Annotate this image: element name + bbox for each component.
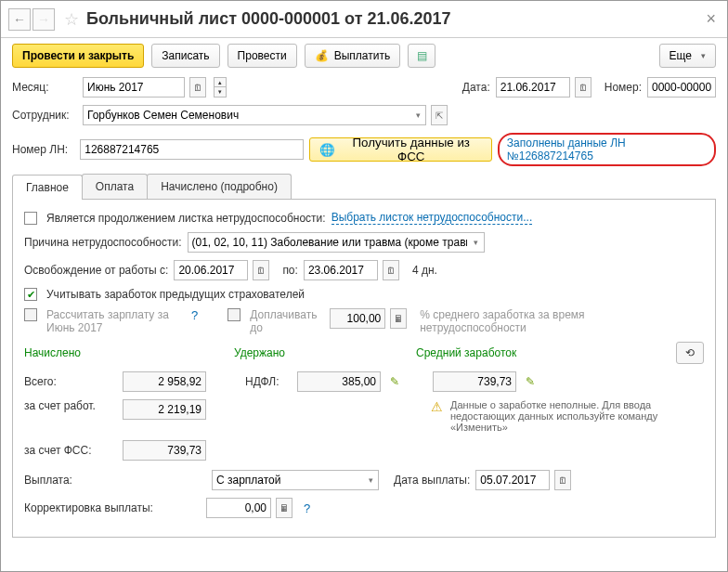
date-field[interactable]	[496, 77, 570, 98]
calendar-icon[interactable]: 🗓	[554, 470, 571, 490]
total-label: Всего:	[24, 375, 117, 388]
toolbar: Провести и закрыть Записать Провести 💰 В…	[1, 38, 727, 73]
save-button[interactable]: Записать	[151, 44, 219, 68]
month-field[interactable]	[83, 77, 185, 98]
nav-forward-button: →	[32, 8, 55, 31]
pay-button[interactable]: 💰 Выплатить	[305, 44, 401, 68]
employer-label: за счет работ.	[24, 399, 117, 412]
withheld-heading: Удержано	[234, 346, 410, 359]
prev-insurers-checkbox[interactable]: ✔	[24, 288, 37, 301]
avg-earnings-field	[433, 371, 516, 392]
correction-label: Корректировка выплаты:	[24, 501, 201, 514]
payout-date-field[interactable]	[475, 470, 550, 490]
favorite-star-icon[interactable]: ☆	[64, 9, 79, 30]
earnings-warning: ⚠ Данные о заработке неполные. Для ввода…	[431, 399, 691, 433]
refresh-button[interactable]: ⟲	[676, 342, 704, 364]
accrued-heading: Начислено	[24, 346, 228, 359]
spinner-down-icon[interactable]: ▾	[214, 87, 227, 98]
continuation-label: Является продолжением листка нетрудоспос…	[46, 212, 326, 225]
ln-number-field[interactable]	[80, 139, 303, 160]
release-to-field[interactable]	[304, 260, 378, 280]
ln-data-filled-link[interactable]: Заполнены данные ЛН №126887214765	[498, 133, 716, 166]
refresh-icon: ⟲	[685, 346, 695, 359]
percent-hint: % среднего заработка за время нетрудоспо…	[420, 308, 605, 334]
globe-icon: 🌐	[319, 143, 335, 157]
date-calendar-icon[interactable]: 🗓	[575, 77, 592, 98]
fss-amount-label: за счет ФСС:	[24, 444, 117, 457]
employee-field[interactable]: ▾	[83, 105, 426, 125]
extra-actions-button[interactable]: ▤	[408, 44, 436, 68]
get-fss-data-button[interactable]: 🌐 Получить данные из ФСС	[309, 137, 492, 162]
total-field	[123, 371, 206, 392]
date-label: Дата:	[462, 81, 490, 94]
month-spinner[interactable]: ▴ ▾	[214, 77, 227, 98]
correction-field[interactable]	[206, 498, 271, 518]
percent-field	[330, 308, 385, 329]
employer-field	[123, 399, 206, 420]
release-days: 4 дн.	[412, 264, 437, 277]
pay-additional-label: Доплачивать до	[250, 308, 324, 334]
nav-back-button[interactable]: ←	[8, 8, 31, 31]
ndfl-field	[297, 371, 381, 392]
tab-accrued[interactable]: Начислено (подробно)	[147, 174, 292, 199]
warning-icon: ⚠	[431, 399, 443, 414]
payout-label: Выплата:	[24, 474, 117, 487]
release-to-label: по:	[282, 264, 298, 277]
calendar-icon[interactable]: 🗓	[253, 260, 269, 280]
recalc-salary-checkbox	[24, 308, 37, 321]
tabs: Главное Оплата Начислено (подробно)	[12, 174, 716, 200]
recalc-salary-label: Рассчитать зарплату за Июнь 2017	[46, 308, 186, 334]
tab-content-main: Является продолжением листка нетрудоспос…	[12, 200, 716, 538]
ln-number-label: Номер ЛН:	[12, 143, 74, 156]
fss-amount-field	[123, 440, 206, 461]
prev-insurers-label: Учитывать заработок предыдущих страховат…	[46, 288, 305, 301]
dropdown-icon[interactable]: ▾	[469, 233, 484, 252]
number-field[interactable]	[647, 77, 716, 98]
employee-label: Сотрудник:	[12, 109, 77, 122]
recalc-help-icon[interactable]: ?	[191, 308, 198, 322]
money-icon: 💰	[315, 49, 329, 62]
document-icon: ▤	[417, 49, 427, 62]
continuation-checkbox[interactable]	[24, 212, 37, 225]
reason-field[interactable]: ▾	[188, 232, 485, 253]
edit-avg-icon[interactable]: ✎	[522, 375, 539, 388]
tab-payment[interactable]: Оплата	[82, 174, 148, 199]
window-title: Больничный лист 0000-000001 от 21.06.201…	[86, 9, 451, 29]
post-button[interactable]: Провести	[228, 44, 297, 68]
payout-date-label: Дата выплаты:	[394, 474, 470, 487]
edit-ndfl-icon[interactable]: ✎	[386, 375, 403, 388]
release-from-field[interactable]	[174, 260, 248, 280]
spinner-up-icon[interactable]: ▴	[214, 77, 227, 87]
number-label: Номер:	[604, 81, 642, 94]
titlebar: ← → ☆ Больничный лист 0000-000001 от 21.…	[1, 1, 727, 38]
dropdown-icon[interactable]: ▾	[363, 471, 378, 489]
avg-earnings-heading: Средний заработок	[416, 346, 555, 359]
more-button[interactable]: Еще	[659, 44, 716, 68]
dropdown-icon[interactable]: ▾	[410, 106, 425, 124]
release-from-label: Освобождение от работы с:	[24, 264, 168, 277]
calc-icon: 🖩	[390, 308, 407, 329]
ndfl-label: НДФЛ:	[245, 375, 292, 388]
pay-additional-checkbox	[228, 308, 240, 321]
calc-icon[interactable]: 🖩	[276, 498, 292, 518]
select-sick-leave-link[interactable]: Выбрать листок нетрудоспособности...	[332, 211, 533, 225]
payout-type-field[interactable]: ▾	[212, 470, 379, 490]
open-employee-icon[interactable]: ⇱	[431, 105, 448, 125]
reason-label: Причина нетрудоспособности:	[24, 236, 182, 249]
close-icon[interactable]: ×	[702, 9, 720, 29]
month-calendar-icon[interactable]: 🗓	[189, 77, 206, 98]
calendar-icon[interactable]: 🗓	[383, 260, 399, 280]
correction-help-icon[interactable]: ?	[304, 501, 310, 515]
post-and-close-button[interactable]: Провести и закрыть	[12, 44, 144, 68]
tab-main[interactable]: Главное	[12, 175, 83, 200]
month-label: Месяц:	[12, 81, 77, 94]
